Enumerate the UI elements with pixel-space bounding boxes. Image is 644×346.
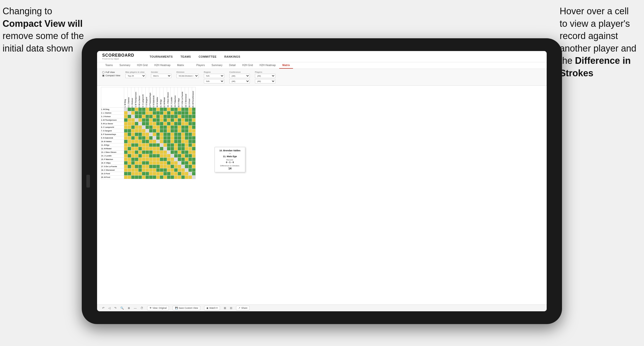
- cell-9-8[interactable]: [149, 136, 153, 140]
- cell-13-11[interactable]: [160, 151, 163, 154]
- cell-16-1[interactable]: [124, 161, 128, 165]
- cell-11-5[interactable]: [138, 143, 142, 147]
- cell-19-14[interactable]: [171, 172, 174, 176]
- cell-12-16[interactable]: [178, 147, 181, 151]
- cell-10-5[interactable]: [138, 140, 142, 143]
- cell-13-5[interactable]: [138, 151, 142, 154]
- cell-4-7[interactable]: [146, 118, 149, 122]
- cell-16-10[interactable]: [156, 161, 160, 165]
- cell-9-1[interactable]: [124, 136, 128, 140]
- cell-6-2[interactable]: [128, 126, 131, 129]
- cell-13-17[interactable]: [181, 151, 185, 154]
- cell-11-16[interactable]: [178, 143, 181, 147]
- tab-summary1[interactable]: Summary: [116, 62, 133, 69]
- cell-15-7[interactable]: [146, 158, 149, 161]
- cell-4-19[interactable]: [189, 118, 192, 122]
- cell-20-19[interactable]: [189, 176, 192, 179]
- cell-4-1[interactable]: [124, 118, 128, 122]
- cell-12-6[interactable]: [142, 147, 146, 151]
- cell-6-4[interactable]: [135, 126, 138, 129]
- cell-18-16[interactable]: [178, 168, 181, 172]
- cell-15-10[interactable]: [156, 158, 160, 161]
- cell-17-4[interactable]: [135, 165, 138, 168]
- cell-6-3[interactable]: [131, 126, 135, 129]
- cell-14-5[interactable]: [138, 154, 142, 158]
- cell-7-16[interactable]: [178, 129, 181, 133]
- cell-7-10[interactable]: [156, 129, 160, 133]
- nav-tournaments[interactable]: TOURNAMENTS: [150, 55, 173, 58]
- cell-20-3[interactable]: [131, 176, 135, 179]
- cell-7-3[interactable]: [131, 129, 135, 133]
- cell-16-12[interactable]: [163, 161, 167, 165]
- cell-15-6[interactable]: [142, 158, 146, 161]
- cell-17-16[interactable]: [178, 165, 181, 168]
- cell-12-2[interactable]: [128, 147, 131, 151]
- cell-14-2[interactable]: [128, 154, 131, 158]
- tab-h2h-heatmap1[interactable]: H2H Heatmap: [151, 62, 173, 69]
- cell-13-3[interactable]: [131, 151, 135, 154]
- cell-10-15[interactable]: [174, 140, 178, 143]
- nav-committee[interactable]: COMMITTEE: [198, 55, 217, 58]
- plus-icon[interactable]: ⊕: [128, 306, 130, 310]
- cell-8-9[interactable]: [153, 133, 156, 136]
- region-select[interactable]: N/A: [204, 74, 224, 78]
- cell-18-7[interactable]: [146, 168, 149, 172]
- cell-17-3[interactable]: [131, 165, 135, 168]
- cell-10-13[interactable]: [167, 140, 171, 143]
- cell-1-20[interactable]: [192, 108, 196, 111]
- cell-5-7[interactable]: [146, 122, 149, 126]
- cell-20-8[interactable]: [149, 176, 153, 179]
- grid-icon[interactable]: ⊞: [224, 306, 226, 310]
- conference-select2[interactable]: (All): [229, 79, 250, 83]
- cell-10-1[interactable]: [124, 140, 128, 143]
- cell-13-8[interactable]: [149, 151, 153, 154]
- cell-4-15[interactable]: [174, 118, 178, 122]
- cell-8-1[interactable]: [124, 133, 128, 136]
- cell-6-13[interactable]: [167, 126, 171, 129]
- cell-1-7[interactable]: [146, 108, 149, 111]
- cell-11-2[interactable]: [128, 143, 131, 147]
- cell-3-8[interactable]: [149, 115, 153, 118]
- cell-8-17[interactable]: [181, 133, 185, 136]
- cell-2-2[interactable]: [128, 111, 131, 115]
- cell-12-17[interactable]: [181, 147, 185, 151]
- cell-7-18[interactable]: [185, 129, 189, 133]
- cell-9-18[interactable]: [185, 136, 189, 140]
- cell-8-15[interactable]: [174, 133, 178, 136]
- cell-11-9[interactable]: [153, 143, 156, 147]
- cell-18-9[interactable]: [153, 168, 156, 172]
- cell-3-13[interactable]: [167, 115, 171, 118]
- cell-18-6[interactable]: [142, 168, 146, 172]
- cell-19-1[interactable]: [124, 172, 128, 176]
- cell-16-17[interactable]: [181, 161, 185, 165]
- tab-h2h-grid2[interactable]: H2H Grid: [239, 62, 256, 69]
- cell-11-15[interactable]: [174, 143, 178, 147]
- cell-18-19[interactable]: [189, 168, 192, 172]
- cell-18-18[interactable]: [185, 168, 189, 172]
- cell-9-16[interactable]: [178, 136, 181, 140]
- cell-20-17[interactable]: [181, 176, 185, 179]
- cell-8-10[interactable]: [156, 133, 160, 136]
- cell-16-7[interactable]: [146, 161, 149, 165]
- cell-12-4[interactable]: [135, 147, 138, 151]
- cell-20-15[interactable]: [174, 176, 178, 179]
- cell-15-16[interactable]: [178, 158, 181, 161]
- max-players-select[interactable]: Top 25: [125, 74, 146, 78]
- cell-2-17[interactable]: [181, 111, 185, 115]
- cell-12-1[interactable]: [124, 147, 128, 151]
- cell-15-4[interactable]: [135, 158, 138, 161]
- cell-12-10[interactable]: [156, 147, 160, 151]
- cell-1-11[interactable]: [160, 108, 163, 111]
- cell-5-11[interactable]: [160, 122, 163, 126]
- cell-16-9[interactable]: [153, 161, 156, 165]
- cell-7-14[interactable]: [171, 129, 174, 133]
- cell-14-9[interactable]: [153, 154, 156, 158]
- cell-11-7[interactable]: [146, 143, 149, 147]
- cell-12-7[interactable]: [146, 147, 149, 151]
- cell-12-19[interactable]: [189, 147, 192, 151]
- division-select[interactable]: NCAA Division I: [177, 74, 199, 78]
- cell-19-3[interactable]: [131, 172, 135, 176]
- cell-14-15[interactable]: [174, 154, 178, 158]
- cell-2-7[interactable]: [146, 111, 149, 115]
- cell-17-7[interactable]: [146, 165, 149, 168]
